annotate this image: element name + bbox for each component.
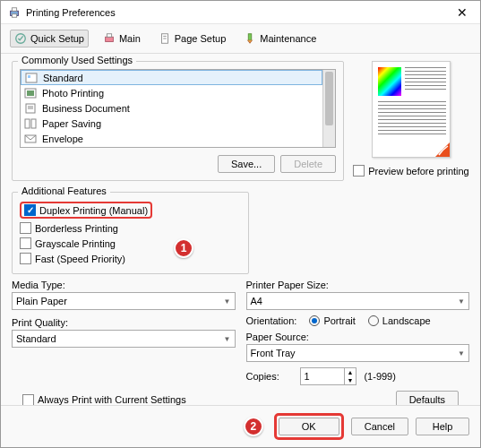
svg-rect-4 [106,37,114,41]
svg-rect-10 [26,73,37,82]
landscape-radio[interactable]: Landscape [368,315,431,326]
svg-rect-13 [27,90,34,96]
spinner-up-icon[interactable]: ▲ [345,368,356,376]
svg-rect-18 [31,119,36,128]
list-item-label: Standard [43,73,83,83]
tab-label: Maintenance [260,33,316,44]
page-setup-icon [159,32,171,45]
copies-label: Copies: [246,371,293,382]
tab-bar: Quick Setup Main Page Setup Maintenance [1,24,480,54]
maintenance-icon [244,32,256,45]
checkbox-label: Duplex Printing (Manual) [39,205,148,216]
copies-spinner[interactable]: 1 ▲ ▼ [300,367,357,385]
list-item-label: Envelope [42,134,83,144]
grayscale-checkbox[interactable] [20,237,31,249]
highlight-annotation-1: ✓ Duplex Printing (Manual) [20,202,152,219]
list-item-label: Business Document [42,103,130,114]
print-quality-label: Print Quality: [12,317,236,328]
annotation-badge-2: 2 [244,417,263,436]
scrollbar[interactable] [322,70,335,147]
window-title: Printing Preferences [26,7,116,18]
tab-quick-setup[interactable]: Quick Setup [10,30,89,47]
save-button[interactable]: Save... [218,155,275,173]
checkbox-label: Grayscale Printing [35,238,116,249]
print-quality-dropdown[interactable]: Standard ▼ [12,330,236,348]
document-icon [25,73,38,83]
tab-page-setup[interactable]: Page Setup [155,30,230,47]
paper-size-label: Printer Paper Size: [246,280,470,290]
paper-size-dropdown[interactable]: A4 ▼ [246,292,470,310]
media-type-dropdown[interactable]: Plain Paper ▼ [12,292,236,310]
svg-rect-9 [249,34,253,40]
dialog-footer: 2 OK Cancel Help [1,405,480,447]
group-label: Commonly Used Settings [18,55,136,65]
fast-checkbox[interactable] [20,253,31,264]
preview-image [372,61,451,158]
tab-label: Page Setup [175,33,227,44]
quick-setup-icon [14,32,27,45]
chevron-down-icon: ▼ [458,349,465,358]
titlebar: Printing Preferences ✕ [1,1,480,24]
borderless-checkbox-row[interactable]: Borderless Printing [20,220,241,236]
list-item-label: Photo Printing [42,88,104,99]
checkbox-label: Preview before printing [368,166,469,177]
list-item-standard[interactable]: Standard [21,70,322,85]
cancel-button[interactable]: Cancel [351,418,408,435]
paper-saving-icon [24,118,37,129]
fast-checkbox-row[interactable]: Fast (Speed Priority) [20,251,241,266]
tab-maintenance[interactable]: Maintenance [240,30,320,47]
checkbox-label: Borderless Printing [35,223,118,234]
dropdown-value: Plain Paper [16,296,67,306]
close-button[interactable]: ✕ [451,4,473,22]
printing-preferences-dialog: Printing Preferences ✕ Quick Setup Main … [0,0,481,448]
chevron-down-icon: ▼ [458,297,465,306]
chevron-down-icon: ▼ [224,297,231,306]
help-button[interactable]: Help [416,418,469,435]
settings-listbox[interactable]: Standard Photo Printing Business Documen… [20,69,336,148]
duplex-checkbox[interactable]: ✓ [24,204,36,216]
annotation-badge-1: 1 [174,238,193,258]
svg-rect-5 [107,34,111,38]
list-item-envelope[interactable]: Envelope [21,131,322,146]
paper-source-label: Paper Source: [246,332,470,342]
radio-label: Landscape [382,315,431,326]
list-item-label: Paper Saving [42,118,101,129]
paper-source-dropdown[interactable]: Front Tray ▼ [246,344,470,362]
copies-value: 1 [301,371,344,382]
media-type-label: Media Type: [12,280,236,290]
dropdown-value: Standard [16,333,56,344]
svg-rect-11 [28,75,30,78]
ok-button[interactable]: OK [279,418,339,435]
list-item-paper-saving[interactable]: Paper Saving [21,116,322,131]
dropdown-value: Front Tray [251,348,296,358]
delete-button[interactable]: Delete [280,155,336,173]
svg-rect-17 [25,119,30,128]
svg-rect-2 [12,13,16,17]
copies-range: (1-999) [364,371,395,382]
commonly-used-group: Commonly Used Settings Standard Photo Pr… [12,61,344,181]
document-icon [24,103,37,114]
tab-main[interactable]: Main [99,30,144,47]
preview-before-printing-checkbox[interactable]: Preview before printing [353,165,469,177]
group-label: Additional Features [18,185,110,196]
borderless-checkbox[interactable] [20,222,31,234]
additional-features-group: Additional Features ✓ Duplex Printing (M… [12,192,249,274]
chevron-down-icon: ▼ [224,335,231,343]
list-item-photo[interactable]: Photo Printing [21,85,322,100]
main-icon [103,32,116,45]
grayscale-checkbox-row[interactable]: Grayscale Printing [20,236,241,251]
envelope-icon [24,134,37,144]
corner-fold-icon [435,142,450,157]
checkbox-label: Fast (Speed Priority) [35,254,125,264]
tab-label: Quick Setup [30,33,84,44]
list-item-business[interactable]: Business Document [21,100,322,116]
svg-rect-1 [12,7,16,11]
orientation-label: Orientation: [246,315,297,326]
spinner-down-icon[interactable]: ▼ [345,376,356,384]
tab-label: Main [119,33,141,44]
highlight-annotation-2: OK [274,413,344,440]
checkbox-label: Always Print with Current Settings [38,394,186,405]
photo-icon [24,88,37,99]
portrait-radio[interactable]: Portrait [309,315,355,326]
dropdown-value: A4 [251,296,262,306]
